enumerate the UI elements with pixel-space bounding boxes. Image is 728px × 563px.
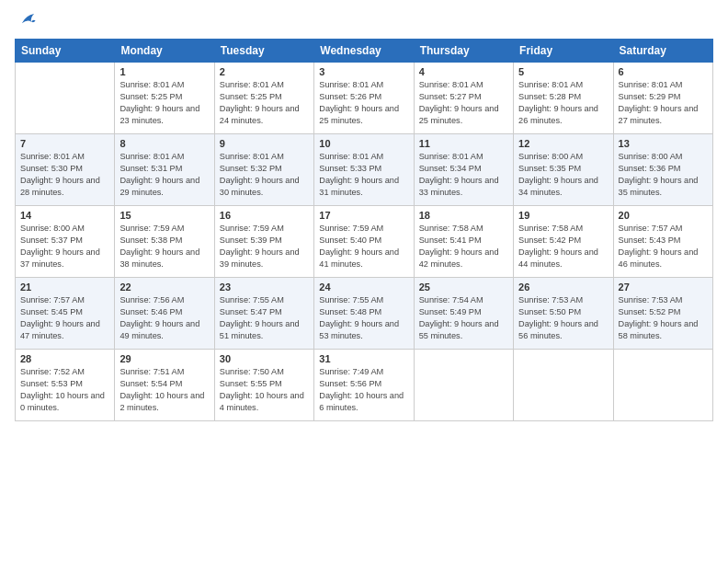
calendar-cell xyxy=(514,350,613,421)
day-info: Sunrise: 8:01 AM Sunset: 5:31 PM Dayligh… xyxy=(119,151,209,199)
day-number: 23 xyxy=(220,282,309,293)
logo-bird-icon xyxy=(17,11,37,31)
day-info: Sunrise: 8:01 AM Sunset: 5:29 PM Dayligh… xyxy=(619,79,708,127)
day-info: Sunrise: 7:59 AM Sunset: 5:38 PM Dayligh… xyxy=(119,223,209,270)
calendar-cell: 27 Sunrise: 7:53 AM Sunset: 5:52 PM Dayl… xyxy=(613,278,712,350)
daylight-label: Daylight: 9 hours and 58 minutes. xyxy=(619,319,699,340)
day-number: 9 xyxy=(220,138,309,149)
daylight-label: Daylight: 9 hours and 49 minutes. xyxy=(119,319,199,340)
daylight-label: Daylight: 10 hours and 2 minutes. xyxy=(119,391,204,412)
day-info: Sunrise: 7:57 AM Sunset: 5:45 PM Dayligh… xyxy=(20,294,109,342)
day-info: Sunrise: 7:59 AM Sunset: 5:40 PM Dayligh… xyxy=(319,223,408,270)
sunrise-label: Sunrise: 8:01 AM xyxy=(419,80,483,89)
daylight-label: Daylight: 9 hours and 25 minutes. xyxy=(319,104,399,125)
daylight-label: Daylight: 9 hours and 42 minutes. xyxy=(419,247,499,269)
sunset-label: Sunset: 5:25 PM xyxy=(119,92,182,101)
day-info: Sunrise: 7:56 AM Sunset: 5:46 PM Dayligh… xyxy=(119,294,209,342)
daylight-label: Daylight: 9 hours and 55 minutes. xyxy=(419,319,499,340)
sunset-label: Sunset: 5:36 PM xyxy=(619,164,681,173)
calendar-cell: 15 Sunrise: 7:59 AM Sunset: 5:38 PM Dayl… xyxy=(115,206,214,278)
sunrise-label: Sunrise: 8:01 AM xyxy=(419,152,483,161)
day-number: 6 xyxy=(619,66,708,77)
col-header-wednesday: Wednesday xyxy=(314,40,414,63)
col-header-monday: Monday xyxy=(115,40,214,63)
day-number: 27 xyxy=(619,282,708,293)
sunrise-label: Sunrise: 7:59 AM xyxy=(119,224,184,233)
day-number: 26 xyxy=(518,282,608,293)
calendar-table: SundayMondayTuesdayWednesdayThursdayFrid… xyxy=(15,39,713,421)
sunset-label: Sunset: 5:32 PM xyxy=(220,164,282,173)
calendar-cell: 22 Sunrise: 7:56 AM Sunset: 5:46 PM Dayl… xyxy=(115,278,214,350)
logo xyxy=(15,15,37,28)
sunset-label: Sunset: 5:35 PM xyxy=(518,164,581,173)
day-info: Sunrise: 7:50 AM Sunset: 5:55 PM Dayligh… xyxy=(220,366,309,414)
sunset-label: Sunset: 5:25 PM xyxy=(220,92,282,101)
day-number: 5 xyxy=(518,66,608,77)
calendar-cell: 11 Sunrise: 8:01 AM Sunset: 5:34 PM Dayl… xyxy=(414,134,513,206)
daylight-label: Daylight: 9 hours and 41 minutes. xyxy=(319,247,399,269)
calendar-cell: 12 Sunrise: 8:00 AM Sunset: 5:35 PM Dayl… xyxy=(514,134,613,206)
sunrise-label: Sunrise: 8:01 AM xyxy=(619,80,683,89)
day-number: 8 xyxy=(119,138,209,149)
daylight-label: Daylight: 10 hours and 6 minutes. xyxy=(319,391,404,412)
day-info: Sunrise: 7:52 AM Sunset: 5:53 PM Dayligh… xyxy=(20,366,109,414)
daylight-label: Daylight: 9 hours and 34 minutes. xyxy=(518,176,598,197)
day-info: Sunrise: 8:00 AM Sunset: 5:36 PM Dayligh… xyxy=(619,151,708,199)
daylight-label: Daylight: 9 hours and 23 minutes. xyxy=(119,104,199,125)
sunrise-label: Sunrise: 7:57 AM xyxy=(619,224,683,233)
sunset-label: Sunset: 5:47 PM xyxy=(220,307,282,316)
day-number: 10 xyxy=(319,138,408,149)
daylight-label: Daylight: 9 hours and 38 minutes. xyxy=(119,247,199,269)
calendar-week-4: 28 Sunrise: 7:52 AM Sunset: 5:53 PM Dayl… xyxy=(16,350,713,421)
sunrise-label: Sunrise: 7:50 AM xyxy=(220,367,284,376)
col-header-sunday: Sunday xyxy=(16,40,115,63)
daylight-label: Daylight: 9 hours and 56 minutes. xyxy=(518,319,598,340)
sunset-label: Sunset: 5:33 PM xyxy=(319,164,381,173)
calendar-cell: 10 Sunrise: 8:01 AM Sunset: 5:33 PM Dayl… xyxy=(314,134,414,206)
day-info: Sunrise: 8:01 AM Sunset: 5:34 PM Dayligh… xyxy=(419,151,508,199)
calendar-cell: 31 Sunrise: 7:49 AM Sunset: 5:56 PM Dayl… xyxy=(314,350,414,421)
day-info: Sunrise: 8:01 AM Sunset: 5:26 PM Dayligh… xyxy=(319,79,408,127)
day-info: Sunrise: 7:58 AM Sunset: 5:42 PM Dayligh… xyxy=(518,223,608,270)
day-number: 16 xyxy=(220,210,309,221)
calendar-cell: 29 Sunrise: 7:51 AM Sunset: 5:54 PM Dayl… xyxy=(115,350,214,421)
calendar-week-3: 21 Sunrise: 7:57 AM Sunset: 5:45 PM Dayl… xyxy=(16,278,713,350)
calendar-cell: 1 Sunrise: 8:01 AM Sunset: 5:25 PM Dayli… xyxy=(115,63,214,134)
calendar-cell: 16 Sunrise: 7:59 AM Sunset: 5:39 PM Dayl… xyxy=(214,206,313,278)
sunrise-label: Sunrise: 8:01 AM xyxy=(319,80,383,89)
calendar-cell: 20 Sunrise: 7:57 AM Sunset: 5:43 PM Dayl… xyxy=(613,206,712,278)
calendar-cell: 30 Sunrise: 7:50 AM Sunset: 5:55 PM Dayl… xyxy=(214,350,313,421)
day-info: Sunrise: 7:55 AM Sunset: 5:47 PM Dayligh… xyxy=(220,294,309,342)
sunset-label: Sunset: 5:53 PM xyxy=(20,379,83,388)
day-number: 11 xyxy=(419,138,508,149)
calendar-cell xyxy=(414,350,513,421)
daylight-label: Daylight: 9 hours and 51 minutes. xyxy=(220,319,300,340)
sunrise-label: Sunrise: 8:00 AM xyxy=(619,152,683,161)
day-number: 22 xyxy=(119,282,209,293)
calendar-cell: 13 Sunrise: 8:00 AM Sunset: 5:36 PM Dayl… xyxy=(613,134,712,206)
sunrise-label: Sunrise: 7:53 AM xyxy=(619,295,683,304)
page-header xyxy=(15,15,713,28)
day-number: 3 xyxy=(319,66,408,77)
sunrise-label: Sunrise: 7:53 AM xyxy=(518,295,583,304)
day-info: Sunrise: 8:01 AM Sunset: 5:27 PM Dayligh… xyxy=(419,79,508,127)
sunset-label: Sunset: 5:28 PM xyxy=(518,92,581,101)
day-info: Sunrise: 8:01 AM Sunset: 5:25 PM Dayligh… xyxy=(119,79,209,127)
sunrise-label: Sunrise: 7:58 AM xyxy=(419,224,483,233)
day-info: Sunrise: 8:00 AM Sunset: 5:35 PM Dayligh… xyxy=(518,151,608,199)
sunset-label: Sunset: 5:29 PM xyxy=(619,92,681,101)
sunset-label: Sunset: 5:55 PM xyxy=(220,379,282,388)
day-info: Sunrise: 7:49 AM Sunset: 5:56 PM Dayligh… xyxy=(319,366,408,414)
calendar-cell xyxy=(613,350,712,421)
daylight-label: Daylight: 9 hours and 46 minutes. xyxy=(619,247,699,269)
sunset-label: Sunset: 5:48 PM xyxy=(319,307,381,316)
sunset-label: Sunset: 5:38 PM xyxy=(119,236,182,245)
sunrise-label: Sunrise: 7:55 AM xyxy=(319,295,383,304)
sunset-label: Sunset: 5:52 PM xyxy=(619,307,681,316)
sunrise-label: Sunrise: 7:55 AM xyxy=(220,295,284,304)
day-info: Sunrise: 8:01 AM Sunset: 5:25 PM Dayligh… xyxy=(220,79,309,127)
calendar-cell: 14 Sunrise: 8:00 AM Sunset: 5:37 PM Dayl… xyxy=(16,206,115,278)
sunset-label: Sunset: 5:54 PM xyxy=(119,379,182,388)
day-info: Sunrise: 7:53 AM Sunset: 5:50 PM Dayligh… xyxy=(518,294,608,342)
sunset-label: Sunset: 5:26 PM xyxy=(319,92,381,101)
